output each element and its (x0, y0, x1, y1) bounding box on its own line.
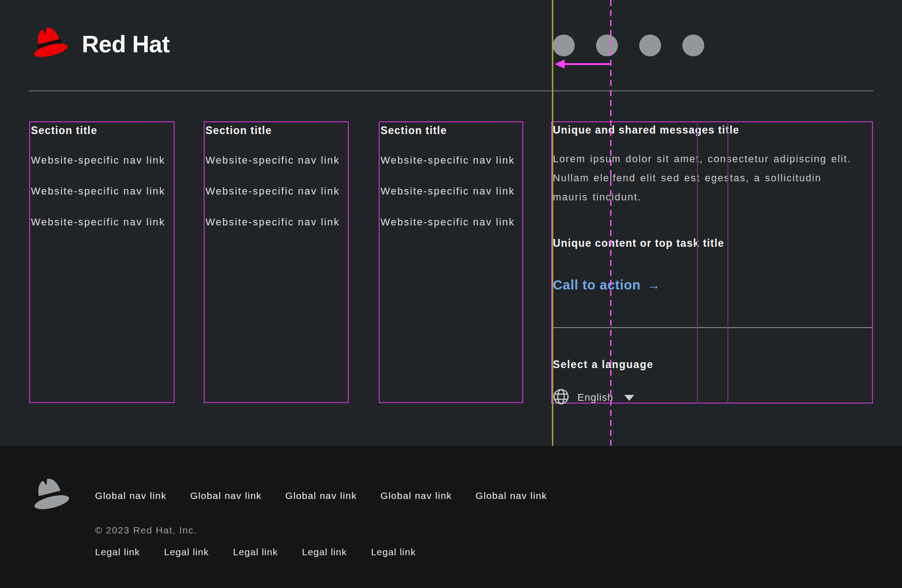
global-nav-link[interactable]: Global nav link (476, 489, 547, 503)
legal-link[interactable]: Legal link (233, 546, 278, 558)
global-nav-link[interactable]: Global nav link (95, 489, 166, 503)
section-title: Section title (205, 124, 345, 137)
website-nav-link[interactable]: Website-specific nav link (381, 154, 520, 167)
panel-divider (552, 327, 872, 328)
global-nav-link[interactable]: Global nav link (190, 489, 261, 503)
website-nav-link[interactable]: Website-specific nav link (205, 216, 345, 229)
legal-links-row: Legal link Legal link Legal link Legal l… (95, 546, 416, 558)
language-value: English (577, 391, 613, 404)
cta-label: Call to action (553, 277, 641, 293)
call-to-action-link[interactable]: Call to action → (553, 277, 661, 293)
grid-guide-purple-line (727, 121, 728, 404)
language-selector[interactable]: English (553, 389, 634, 407)
social-icon-placeholder[interactable] (639, 35, 661, 56)
nav-column: Section title Website-specific nav link … (29, 121, 175, 403)
legal-link[interactable]: Legal link (95, 546, 140, 558)
header-divider (29, 90, 873, 91)
language-heading: Select a language (553, 358, 654, 371)
redhat-hat-logo[interactable] (28, 476, 74, 516)
message-panel-title: Unique and shared messages title (553, 124, 739, 136)
website-nav-link[interactable]: Website-specific nav link (381, 216, 520, 229)
globe-icon (553, 389, 569, 407)
website-nav-link[interactable]: Website-specific nav link (31, 154, 171, 167)
grid-guide-purple-line (697, 121, 698, 404)
page: Red Hat Section title Website-specific n… (0, 0, 902, 588)
global-nav-link[interactable]: Global nav link (286, 489, 357, 503)
copyright-text: © 2023 Red Hat, Inc. (95, 524, 197, 537)
social-icons-row (553, 35, 704, 56)
redhat-logo[interactable]: Red Hat (28, 25, 170, 64)
website-nav-link[interactable]: Website-specific nav link (31, 185, 171, 198)
legal-link[interactable]: Legal link (371, 546, 416, 558)
legal-link[interactable]: Legal link (302, 546, 347, 558)
global-nav-link[interactable]: Global nav link (381, 489, 452, 503)
arrow-right-icon: → (647, 277, 661, 293)
content-title: Unique content or top task title (553, 237, 724, 249)
body-line: mauris tincidunt. (553, 188, 851, 207)
nav-column: Section title Website-specific nav link … (379, 121, 523, 403)
website-nav-link[interactable]: Website-specific nav link (205, 154, 345, 167)
website-nav-link[interactable]: Website-specific nav link (205, 185, 345, 198)
section-title: Section title (31, 124, 171, 137)
global-footer: Global nav link Global nav link Global n… (0, 446, 902, 588)
social-icon-placeholder[interactable] (682, 35, 704, 56)
website-nav-link[interactable]: Website-specific nav link (31, 216, 171, 229)
body-line: Lorem ipsum dolor sit amet, consectetur … (553, 149, 851, 169)
spacing-arrow-icon (553, 58, 613, 72)
website-nav-link[interactable]: Website-specific nav link (381, 185, 520, 198)
brand-wordmark: Red Hat (82, 32, 170, 56)
nav-column: Section title Website-specific nav link … (204, 121, 349, 403)
message-panel: Unique and shared messages title Lorem i… (551, 121, 873, 404)
chevron-down-icon (624, 395, 634, 401)
message-panel-body: Lorem ipsum dolor sit amet, consectetur … (553, 149, 851, 207)
social-icon-placeholder[interactable] (596, 35, 618, 56)
global-nav-row: Global nav link Global nav link Global n… (95, 489, 547, 503)
section-title: Section title (381, 124, 520, 137)
social-icon-placeholder[interactable] (553, 35, 575, 56)
legal-link[interactable]: Legal link (164, 546, 209, 558)
body-line: Nullam eleifend elit sed est egestas, a … (553, 169, 851, 188)
redhat-fedora-icon (28, 25, 72, 64)
